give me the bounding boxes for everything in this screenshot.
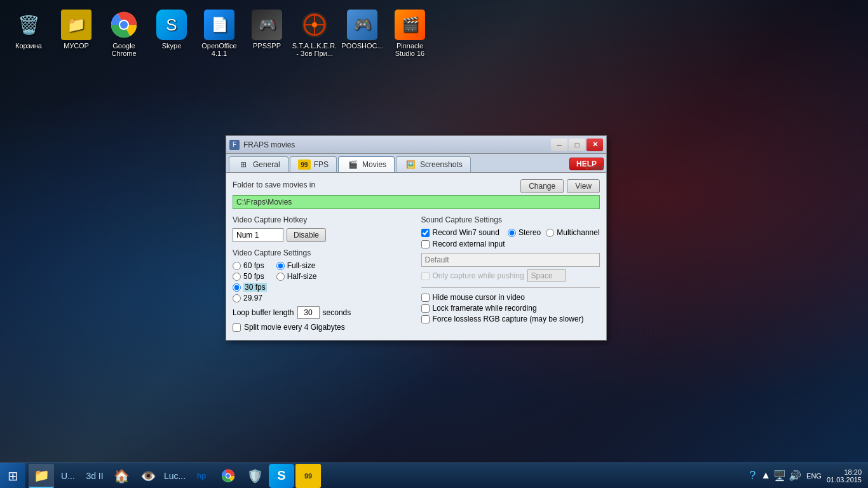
taskbar-item-skype2[interactable]: S	[269, 464, 294, 488]
lock-framerate-item[interactable]: Lock framerate while recording	[421, 304, 600, 313]
tray-icon-1[interactable]: ▲	[761, 470, 771, 482]
stereo-option[interactable]: Stereo	[508, 228, 541, 237]
desktop-icon-chrome[interactable]: Google Chrome	[102, 6, 146, 60]
fraps-window: F FRAPS movies ─ □ ✕ ⊞ General 99 FPS 🎬 …	[226, 135, 607, 341]
taskbar-item-eye[interactable]: 👁️	[135, 464, 161, 488]
fps-30-option[interactable]: 30 fps	[233, 283, 267, 292]
size-radio-col: Full-size Half-size	[276, 261, 317, 302]
maximize-button[interactable]: □	[569, 139, 585, 151]
tray-icon-audio[interactable]: 🔊	[789, 470, 801, 482]
pinnacle-icon: 🎬	[395, 10, 425, 40]
openoffice-icon: 📄	[204, 10, 234, 40]
tab-movies[interactable]: 🎬 Movies	[338, 156, 395, 172]
language-indicator[interactable]: ENG	[806, 472, 822, 480]
help-icon[interactable]: ?	[749, 469, 756, 482]
taskbar-item-app3[interactable]: 3d II	[82, 464, 107, 488]
desktop-icon-pinnacle[interactable]: 🎬 Pinnacle Studio 16	[388, 6, 432, 60]
push-capture-label: Only capture while pushing	[433, 271, 524, 280]
fps-tab-icon: 99	[298, 159, 311, 170]
fps-60-option[interactable]: 60 fps	[233, 261, 267, 270]
fullsize-label: Full-size	[287, 261, 316, 270]
taskbar-items: 📁 U... 3d II 🏠 👁️ Luc... hp 🛡️ S 99	[25, 464, 743, 488]
desktop-icon-ppsspp[interactable]: 🎮 PPSSPP	[245, 6, 289, 60]
desktop-icon-pooshock[interactable]: 🎮 POOSHOC...	[340, 6, 384, 60]
split-label: Split movie every 4 Gigabytes	[244, 323, 345, 332]
hotkey-section-label: Video Capture Hotkey	[233, 215, 412, 224]
taskbar-item-shield[interactable]: 🛡️	[242, 464, 268, 488]
view-button[interactable]: View	[567, 179, 600, 193]
disable-button[interactable]: Disable	[287, 228, 326, 242]
minimize-button[interactable]: ─	[551, 139, 567, 151]
split-checkbox[interactable]	[233, 323, 241, 332]
loop-input[interactable]: 30	[297, 306, 320, 319]
taskbar-item-chrome2[interactable]	[215, 464, 241, 488]
push-row: Only capture while pushing Space	[421, 269, 600, 282]
tray-icon-network[interactable]: 🖥️	[773, 470, 786, 482]
window-title: FRAPS movies	[243, 140, 551, 149]
start-button[interactable]: ⊞	[0, 463, 25, 489]
fps-60-label: 60 fps	[243, 261, 264, 270]
stalker-icon	[299, 10, 330, 40]
desktop-icon-stalker[interactable]: S.T.A.L.K.E.R. - Зов При...	[292, 6, 337, 60]
push-capture-checkbox[interactable]	[421, 272, 430, 280]
ppsspp-icon: 🎮	[252, 10, 282, 40]
fps-2997-option[interactable]: 29.97	[233, 294, 267, 302]
folder-path-input[interactable]: C:\Fraps\Movies	[233, 195, 600, 209]
taskbar: ⊞ 📁 U... 3d II 🏠 👁️ Luc... hp 🛡️ S 99 ? …	[0, 463, 868, 488]
taskbar-right: ? ▲ 🖥️ 🔊 ENG 18:20 01.03.2015	[743, 468, 868, 484]
folder-label: Folder to save movies in	[233, 180, 517, 189]
record-win7-label: Record Win7 sound	[433, 228, 499, 237]
hotkey-input[interactable]: Num 1	[233, 228, 283, 242]
force-lossless-checkbox[interactable]	[421, 315, 430, 323]
skype-icon: S	[156, 10, 187, 40]
loop-row: Loop buffer length 30 seconds	[233, 306, 412, 319]
desktop-icon-skype[interactable]: S Skype	[149, 6, 194, 60]
record-win7-item[interactable]: Record Win7 sound Stereo Multichannel	[421, 228, 600, 237]
fps-30-label: 30 fps	[243, 283, 267, 292]
taskbar-item-home[interactable]: 🏠	[109, 464, 134, 488]
record-external-item[interactable]: Record external input	[421, 240, 600, 248]
svg-point-10	[226, 474, 230, 478]
change-button[interactable]: Change	[520, 179, 564, 193]
tab-screenshots[interactable]: 🖼️ Screenshots	[396, 156, 471, 172]
desktop-icon-trash[interactable]: 📁 МУСОР	[54, 6, 98, 60]
split-checkbox-item[interactable]: Split movie every 4 Gigabytes	[233, 323, 412, 332]
right-column: Sound Capture Settings Record Win7 sound…	[421, 215, 600, 334]
taskbar-item-hp[interactable]: hp	[189, 464, 214, 488]
window-content: Folder to save movies in Change View C:\…	[226, 173, 606, 340]
halfsize-option[interactable]: Half-size	[276, 272, 317, 281]
pooshock-label: POOSHOC...	[341, 42, 383, 50]
halfsize-label: Half-size	[287, 272, 317, 281]
two-column-layout: Video Capture Hotkey Num 1 Disable Video…	[233, 215, 600, 334]
window-controls: ─ □ ✕	[551, 139, 603, 151]
folder-controls-row: Folder to save movies in Change View	[233, 179, 600, 193]
video-settings-group: 60 fps 50 fps 30 fps 29.97	[233, 261, 412, 302]
taskbar-item-star[interactable]: Luc...	[162, 464, 187, 488]
fps-50-option[interactable]: 50 fps	[233, 272, 267, 281]
tab-general[interactable]: ⊞ General	[229, 156, 288, 172]
desktop-icon-openoffice[interactable]: 📄 OpenOffice 4.1.1	[197, 6, 241, 60]
hide-mouse-checkbox[interactable]	[421, 294, 430, 302]
record-win7-checkbox[interactable]	[421, 229, 430, 237]
movies-tab-label: Movies	[362, 160, 386, 169]
close-button[interactable]: ✕	[587, 139, 603, 151]
lock-framerate-checkbox[interactable]	[421, 304, 430, 313]
copyright-text: © 2013	[585, 165, 604, 171]
fps-50-label: 50 fps	[243, 272, 264, 281]
hide-mouse-item[interactable]: Hide mouse cursor in video	[421, 293, 600, 302]
force-lossless-item[interactable]: Force lossless RGB capture (may be slowe…	[421, 315, 600, 323]
recycle-bin-icon: 🗑️	[13, 10, 44, 40]
taskbar-item-fraps[interactable]: 99	[295, 464, 321, 488]
tab-fps[interactable]: 99 FPS	[290, 156, 337, 172]
record-external-label: Record external input	[433, 240, 505, 248]
default-input[interactable]	[421, 253, 600, 267]
hide-mouse-label: Hide mouse cursor in video	[433, 293, 525, 302]
taskbar-item-app2[interactable]: U...	[55, 464, 81, 488]
hotkey-row: Num 1 Disable	[233, 228, 412, 242]
multichannel-option[interactable]: Multichannel	[546, 228, 599, 237]
fullsize-option[interactable]: Full-size	[276, 261, 317, 270]
record-external-checkbox[interactable]	[421, 240, 430, 248]
taskbar-clock[interactable]: 18:20 01.03.2015	[827, 468, 862, 484]
desktop-icon-recycle[interactable]: 🗑️ Корзина	[6, 6, 51, 60]
taskbar-item-folder[interactable]: 📁	[29, 464, 54, 488]
